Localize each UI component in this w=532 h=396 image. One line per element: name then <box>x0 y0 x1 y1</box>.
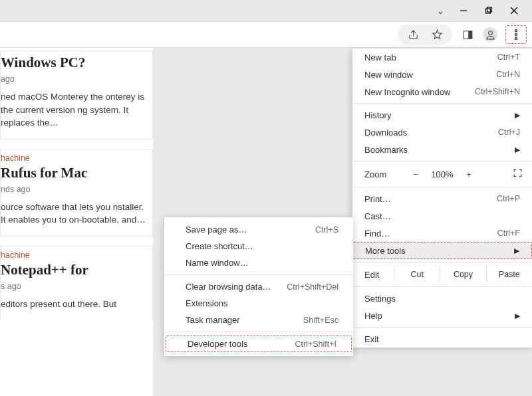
svg-point-10 <box>515 37 517 39</box>
zoom-in-button[interactable]: + <box>458 169 480 179</box>
submenu-developer-tools[interactable]: Developer tools Ctrl+Shift+I <box>166 336 352 352</box>
submenu-task-manager[interactable]: Task manager Shift+Esc <box>164 312 353 328</box>
submenu-label: Clear browsing data… <box>186 282 271 292</box>
menu-shortcut: Ctrl+J <box>498 128 520 137</box>
menu-separator <box>352 327 532 328</box>
menu-separator <box>352 161 532 161</box>
menu-label: More tools <box>365 246 406 256</box>
window-titlebar: ⌄ <box>0 0 532 21</box>
menu-shortcut: Ctrl+P <box>497 194 520 203</box>
submenu-separator <box>164 274 353 275</box>
menu-label: History <box>364 110 391 120</box>
svg-point-8 <box>515 29 517 31</box>
chrome-main-menu: New tab Ctrl+T New window Ctrl+N New Inc… <box>352 49 532 347</box>
edit-paste-button[interactable]: Paste <box>486 266 532 282</box>
submenu-shortcut: Ctrl+Shift+I <box>295 340 336 349</box>
share-icon[interactable] <box>406 27 420 42</box>
kebab-menu-highlight <box>505 25 527 44</box>
article-category: hachine <box>1 250 147 260</box>
submenu-label: Save page as… <box>186 225 247 235</box>
svg-point-7 <box>488 31 492 35</box>
article-card[interactable]: Windows PC? ago ned macOS Monterey the o… <box>0 50 153 140</box>
submenu-extensions[interactable]: Extensions <box>164 295 353 312</box>
svg-rect-1 <box>486 9 491 13</box>
article-card[interactable]: hachine Rufus for Mac nds ago ource soft… <box>0 149 153 237</box>
menu-label: Bookmarks <box>364 145 408 155</box>
more-tools-submenu: Save page as… Ctrl+S Create shortcut… Na… <box>164 217 353 356</box>
zoom-level: 100% <box>427 169 458 179</box>
article-body: editors present out there. But <box>1 298 147 311</box>
menu-label: Edit <box>352 270 394 280</box>
submenu-separator <box>164 332 353 332</box>
close-button[interactable] <box>508 5 520 17</box>
menu-label: New tab <box>364 52 396 62</box>
minimize-button[interactable] <box>458 5 469 17</box>
maximize-button[interactable] <box>483 5 495 17</box>
menu-more-tools[interactable]: More tools ▶ <box>352 242 532 259</box>
submenu-label: Developer tools <box>188 339 247 349</box>
menu-shortcut: Ctrl+N <box>496 70 520 79</box>
svg-point-9 <box>515 33 517 35</box>
fullscreen-icon[interactable] <box>513 168 523 180</box>
menu-separator <box>352 187 532 187</box>
sidepanel-icon[interactable] <box>460 27 475 42</box>
star-icon[interactable] <box>430 27 444 42</box>
menu-edit: Edit Cut Copy Paste <box>352 265 532 284</box>
menu-bookmarks[interactable]: Bookmarks ▶ <box>352 141 532 158</box>
menu-label: Settings <box>364 294 396 304</box>
menu-label: Downloads <box>364 128 407 138</box>
browser-toolbar <box>0 21 532 48</box>
menu-separator <box>352 286 532 287</box>
menu-label: New Incognito window <box>364 87 450 97</box>
menu-history[interactable]: History ▶ <box>352 106 532 124</box>
zoom-out-button[interactable]: − <box>404 169 427 179</box>
menu-help[interactable]: Help ▶ <box>352 307 532 324</box>
menu-new-window[interactable]: New window Ctrl+N <box>352 66 532 83</box>
submenu-name-window[interactable]: Name window… <box>164 254 353 271</box>
submenu-label: Task manager <box>186 315 240 325</box>
menu-label: Help <box>364 311 382 321</box>
submenu-clear-browsing[interactable]: Clear browsing data… Ctrl+Shift+Del <box>164 278 353 295</box>
menu-exit[interactable]: Exit <box>352 330 532 347</box>
submenu-label: Create shortcut… <box>186 241 253 251</box>
menu-print[interactable]: Print… Ctrl+P <box>352 190 532 207</box>
chevron-right-icon: ▶ <box>515 312 520 320</box>
menu-label: Find… <box>364 229 390 239</box>
menu-cast[interactable]: Cast… <box>352 207 532 225</box>
article-byline: ago <box>1 74 147 84</box>
page-content: Windows PC? ago ned macOS Monterey the o… <box>0 48 153 396</box>
chevron-right-icon: ▶ <box>515 146 520 154</box>
menu-shortcut: Ctrl+Shift+N <box>475 87 520 96</box>
submenu-label: Name window… <box>186 258 249 268</box>
svg-rect-6 <box>468 31 472 38</box>
submenu-create-shortcut[interactable]: Create shortcut… <box>164 238 353 254</box>
article-body: ned macOS Monterey the onterey is the cu… <box>1 90 147 130</box>
menu-shortcut: Ctrl+F <box>497 229 520 238</box>
article-byline: s ago <box>1 282 147 291</box>
article-title: Notepad++ for <box>1 262 147 278</box>
menu-label: Zoom <box>364 169 404 179</box>
menu-separator <box>352 103 532 104</box>
menu-new-tab[interactable]: New tab Ctrl+T <box>352 49 532 66</box>
menu-label: Print… <box>364 194 391 204</box>
kebab-menu-icon[interactable] <box>509 27 523 42</box>
menu-label: Cast… <box>364 211 391 221</box>
submenu-save-page[interactable]: Save page as… Ctrl+S <box>164 221 353 238</box>
edit-copy-button[interactable]: Copy <box>440 266 485 282</box>
menu-separator <box>352 262 532 262</box>
chevron-right-icon: ▶ <box>514 247 519 255</box>
menu-label: New window <box>364 70 413 80</box>
article-byline: nds ago <box>1 185 147 194</box>
menu-settings[interactable]: Settings <box>352 290 532 307</box>
profile-avatar[interactable] <box>483 27 497 42</box>
submenu-shortcut: Ctrl+S <box>315 225 338 235</box>
menu-downloads[interactable]: Downloads Ctrl+J <box>352 124 532 141</box>
menu-zoom: Zoom − 100% + <box>352 164 532 184</box>
menu-shortcut: Ctrl+T <box>497 52 520 62</box>
menu-find[interactable]: Find… Ctrl+F <box>352 225 532 242</box>
omnibox-actions <box>398 25 452 45</box>
chevron-down-icon[interactable]: ⌄ <box>437 6 444 16</box>
article-card[interactable]: hachine Notepad++ for s ago editors pres… <box>0 246 153 320</box>
menu-incognito[interactable]: New Incognito window Ctrl+Shift+N <box>352 83 532 100</box>
edit-cut-button[interactable]: Cut <box>394 266 440 282</box>
